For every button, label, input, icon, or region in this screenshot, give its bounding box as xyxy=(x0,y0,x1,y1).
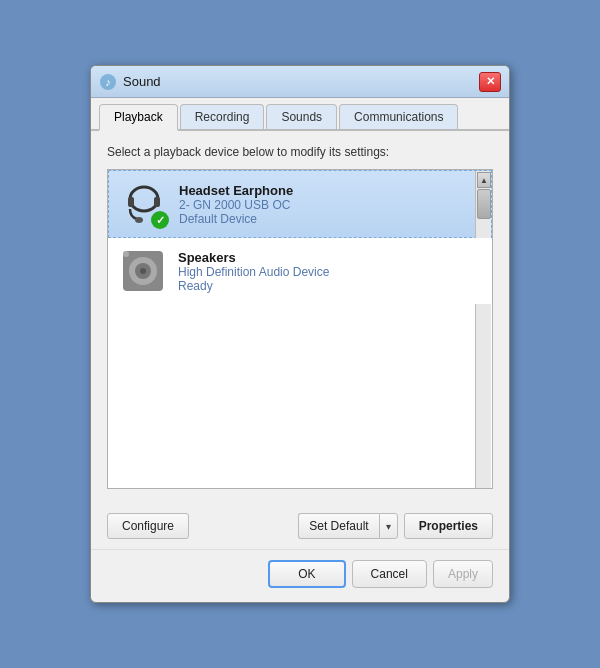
dropdown-arrow-icon: ▾ xyxy=(386,521,391,532)
headset-sub: 2- GN 2000 USB OC xyxy=(179,198,481,212)
set-default-button[interactable]: Set Default xyxy=(298,513,378,539)
headset-icon-wrap: ✓ xyxy=(119,179,169,229)
speaker-icon-wrap xyxy=(118,246,168,296)
headset-name: Headset Earphone xyxy=(179,183,481,198)
dialog-footer: OK Cancel Apply xyxy=(91,549,509,602)
ok-button[interactable]: OK xyxy=(268,560,345,588)
close-icon: ✕ xyxy=(486,75,495,88)
set-default-group: Set Default ▾ xyxy=(298,513,397,539)
speakers-status: Ready xyxy=(178,279,482,293)
tab-recording[interactable]: Recording xyxy=(180,104,265,129)
svg-rect-3 xyxy=(128,197,134,207)
svg-point-9 xyxy=(140,268,146,274)
headset-status: Default Device xyxy=(179,212,481,226)
scroll-up-button[interactable]: ▲ xyxy=(477,172,491,188)
main-content: Select a playback device below to modify… xyxy=(91,131,509,503)
instruction-text: Select a playback device below to modify… xyxy=(107,145,493,159)
speakers-name: Speakers xyxy=(178,250,482,265)
svg-point-5 xyxy=(135,217,143,223)
set-default-arrow-button[interactable]: ▾ xyxy=(379,513,398,539)
device-list: ✓ Headset Earphone 2- GN 2000 USB OC Def… xyxy=(107,169,493,489)
configure-button[interactable]: Configure xyxy=(107,513,189,539)
svg-rect-4 xyxy=(154,197,160,207)
tab-communications[interactable]: Communications xyxy=(339,104,458,129)
title-bar: ♪ Sound ✕ xyxy=(91,66,509,98)
close-button[interactable]: ✕ xyxy=(479,72,501,92)
headset-info: Headset Earphone 2- GN 2000 USB OC Defau… xyxy=(179,183,481,226)
properties-button[interactable]: Properties xyxy=(404,513,493,539)
device-item-speakers[interactable]: Speakers High Definition Audio Device Re… xyxy=(108,238,492,304)
speakers-info: Speakers High Definition Audio Device Re… xyxy=(178,250,482,293)
cancel-button[interactable]: Cancel xyxy=(352,560,427,588)
scroll-thumb[interactable] xyxy=(477,189,491,219)
tab-playback[interactable]: Playback xyxy=(99,104,178,131)
svg-point-10 xyxy=(123,251,129,257)
default-check-badge: ✓ xyxy=(151,211,169,229)
scrollbar[interactable]: ▲ xyxy=(475,171,491,489)
svg-point-2 xyxy=(130,187,158,211)
sound-icon: ♪ xyxy=(99,73,117,91)
speaker-icon xyxy=(118,246,168,296)
svg-text:♪: ♪ xyxy=(105,76,111,88)
sound-dialog: ♪ Sound ✕ Playback Recording Sounds Comm… xyxy=(90,65,510,603)
speakers-sub: High Definition Audio Device xyxy=(178,265,482,279)
apply-button[interactable]: Apply xyxy=(433,560,493,588)
bottom-actions: Configure Set Default ▾ Properties xyxy=(91,503,509,549)
device-item-headset[interactable]: ✓ Headset Earphone 2- GN 2000 USB OC Def… xyxy=(108,170,492,238)
title-bar-left: ♪ Sound xyxy=(99,73,161,91)
tab-bar: Playback Recording Sounds Communications xyxy=(91,98,509,131)
window-title: Sound xyxy=(123,74,161,89)
tab-sounds[interactable]: Sounds xyxy=(266,104,337,129)
